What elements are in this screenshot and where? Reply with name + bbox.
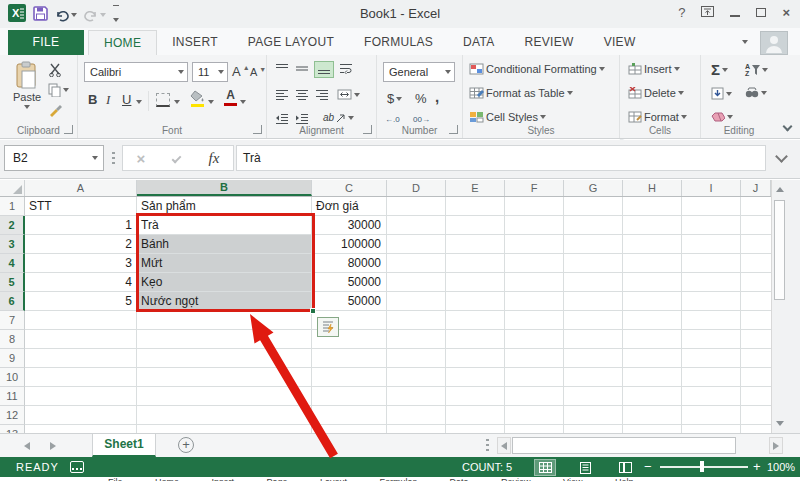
copy-dropdown-icon[interactable] bbox=[63, 88, 69, 92]
font-color-dropdown-icon[interactable] bbox=[240, 100, 246, 104]
empty-cells[interactable] bbox=[387, 235, 771, 254]
insert-function-icon[interactable]: fx bbox=[209, 150, 220, 167]
cell-A9[interactable] bbox=[25, 349, 137, 368]
empty-cells[interactable] bbox=[387, 254, 771, 273]
delete-button[interactable]: Delete bbox=[628, 87, 684, 99]
tab-view[interactable]: VIEW bbox=[589, 30, 651, 55]
cell-B10[interactable] bbox=[137, 368, 312, 387]
align-center-button[interactable] bbox=[295, 89, 309, 100]
cell-C1[interactable]: Đơn giá bbox=[312, 197, 387, 216]
scroll-down-icon[interactable] bbox=[776, 421, 784, 426]
cell-B8[interactable] bbox=[137, 330, 312, 349]
formula-input[interactable]: Trà bbox=[236, 145, 766, 171]
scroll-up-icon[interactable] bbox=[776, 187, 784, 192]
ribbon-display-options-button[interactable] bbox=[701, 5, 714, 20]
prev-sheet-icon[interactable] bbox=[24, 442, 30, 450]
increase-decimal-button[interactable]: ←.0 bbox=[385, 115, 400, 124]
empty-cells[interactable] bbox=[387, 197, 771, 216]
cell-A10[interactable] bbox=[25, 368, 137, 387]
row-header-7[interactable]: 7 bbox=[0, 311, 25, 330]
sheet-tab-sheet1[interactable]: Sheet1 bbox=[92, 434, 156, 457]
paste-dropdown-icon[interactable] bbox=[24, 105, 30, 109]
cell-B1[interactable]: Sản phẩm bbox=[137, 197, 312, 216]
fill-color-dropdown-icon[interactable] bbox=[208, 100, 214, 104]
empty-cells[interactable] bbox=[387, 406, 771, 425]
row-header-2[interactable]: 2 bbox=[0, 216, 25, 235]
new-sheet-button[interactable]: + bbox=[178, 437, 194, 453]
cell-C13[interactable] bbox=[312, 425, 387, 433]
empty-cells[interactable] bbox=[387, 349, 771, 368]
cell-C10[interactable] bbox=[312, 368, 387, 387]
comma-button[interactable]: , bbox=[435, 88, 439, 105]
cell-A6[interactable]: 5 bbox=[25, 292, 137, 311]
cell-C3[interactable]: 100000 bbox=[312, 235, 387, 254]
empty-cells[interactable] bbox=[387, 292, 771, 311]
tab-review[interactable]: REVIEW bbox=[510, 30, 589, 55]
next-sheet-icon[interactable] bbox=[50, 442, 56, 450]
vertical-scrollbar-thumb[interactable] bbox=[774, 200, 785, 300]
cell-styles-button[interactable]: Cell Styles bbox=[469, 111, 546, 123]
borders-dropdown-icon[interactable] bbox=[174, 100, 180, 104]
fill-color-button[interactable] bbox=[190, 90, 204, 107]
shrink-font-button[interactable]: A▼ bbox=[250, 66, 266, 78]
cell-A5[interactable]: 4 bbox=[25, 273, 137, 292]
align-right-button[interactable] bbox=[315, 89, 329, 100]
empty-cells[interactable] bbox=[387, 311, 771, 330]
col-header-H[interactable]: H bbox=[623, 180, 682, 196]
row-header-3[interactable]: 3 bbox=[0, 235, 25, 254]
autosum-button[interactable]: Σ bbox=[711, 61, 728, 78]
row-header-5[interactable]: 5 bbox=[0, 273, 25, 292]
cell-A11[interactable] bbox=[25, 387, 137, 406]
cell-C12[interactable] bbox=[312, 406, 387, 425]
underline-dropdown-icon[interactable] bbox=[136, 100, 142, 104]
number-dialog-launcher[interactable] bbox=[449, 125, 458, 134]
currency-dropdown-icon[interactable] bbox=[396, 97, 402, 101]
align-left-button[interactable] bbox=[275, 89, 289, 100]
zoom-in-button[interactable]: + bbox=[753, 457, 761, 477]
cell-A2[interactable]: 1 bbox=[25, 216, 137, 235]
paste-button[interactable]: Paste bbox=[8, 61, 46, 109]
insert-button[interactable]: Insert bbox=[628, 63, 680, 75]
currency-button[interactable]: $ bbox=[387, 91, 402, 106]
minimize-button[interactable] bbox=[730, 15, 740, 17]
col-header-J[interactable]: J bbox=[741, 180, 771, 196]
col-header-F[interactable]: F bbox=[505, 180, 564, 196]
cell-C2[interactable]: 30000 bbox=[312, 216, 387, 235]
clear-button[interactable] bbox=[711, 111, 733, 122]
cell-B4-selected[interactable]: Mứt bbox=[137, 254, 312, 273]
cell-B7[interactable] bbox=[137, 311, 312, 330]
col-header-G[interactable]: G bbox=[564, 180, 623, 196]
redo-dropdown-icon[interactable] bbox=[100, 13, 106, 17]
decrease-decimal-button[interactable]: 00→ bbox=[413, 115, 430, 124]
cell-B13[interactable] bbox=[137, 425, 312, 433]
col-header-A[interactable]: A bbox=[25, 180, 137, 196]
cell-A3[interactable]: 2 bbox=[25, 235, 137, 254]
tab-insert[interactable]: INSERT bbox=[157, 30, 233, 55]
zoom-slider-thumb[interactable] bbox=[700, 461, 704, 472]
bold-button[interactable]: B bbox=[88, 92, 97, 107]
row-header-13[interactable]: 13 bbox=[0, 425, 25, 433]
zoom-level[interactable]: 100% bbox=[767, 457, 795, 477]
macro-record-icon[interactable] bbox=[70, 461, 84, 473]
fill-handle[interactable] bbox=[310, 308, 316, 314]
format-painter-button[interactable] bbox=[48, 103, 62, 117]
alignment-dialog-launcher[interactable] bbox=[363, 125, 372, 134]
format-as-table-button[interactable]: Format as Table bbox=[469, 87, 573, 99]
row-header-6[interactable]: 6 bbox=[0, 292, 25, 311]
horizontal-scrollbar[interactable] bbox=[497, 437, 783, 454]
vertical-scrollbar[interactable] bbox=[771, 180, 787, 433]
quick-analysis-button[interactable] bbox=[317, 317, 339, 337]
empty-cells[interactable] bbox=[387, 387, 771, 406]
empty-cells[interactable] bbox=[387, 273, 771, 292]
grow-font-button[interactable]: A▲ bbox=[232, 64, 250, 79]
empty-cells[interactable] bbox=[387, 330, 771, 349]
account-dropdown-icon[interactable] bbox=[742, 40, 748, 44]
increase-indent-button[interactable] bbox=[295, 113, 309, 124]
tab-home[interactable]: HOME bbox=[88, 30, 157, 55]
empty-cells[interactable] bbox=[387, 368, 771, 387]
cell-A13[interactable] bbox=[25, 425, 137, 433]
undo-button[interactable] bbox=[55, 9, 77, 22]
page-layout-view-button[interactable] bbox=[575, 460, 595, 475]
normal-view-button[interactable] bbox=[535, 460, 555, 475]
cell-A1[interactable]: STT bbox=[25, 197, 137, 216]
